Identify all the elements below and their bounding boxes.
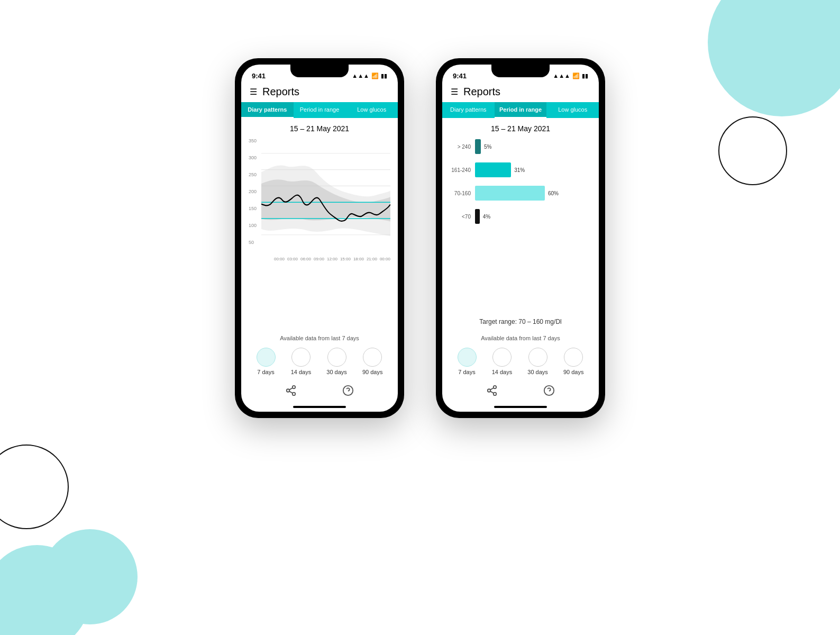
status-icons-2: ▲▲▲ 📶 ▮▮ bbox=[553, 72, 588, 79]
period-circle-90-2 bbox=[564, 348, 583, 367]
tab-period-in-range-1[interactable]: Period in range bbox=[294, 102, 346, 118]
period-circle-30-2 bbox=[528, 348, 547, 367]
period-circle-30-1 bbox=[327, 348, 346, 367]
app-header-2: ☰ Reports bbox=[442, 84, 599, 102]
bar-chart-area: > 240 5% 161-240 31% bbox=[450, 137, 591, 314]
bar-fill-lt70 bbox=[475, 209, 480, 224]
x-axis-1: 00:00 03:00 06:00 09:00 12:00 15:00 18:0… bbox=[261, 256, 390, 261]
line-chart-svg bbox=[261, 137, 390, 253]
app-title-2: Reports bbox=[463, 86, 500, 98]
period-circle-90-1 bbox=[363, 348, 382, 367]
svg-line-16 bbox=[490, 391, 494, 393]
svg-point-7 bbox=[287, 389, 290, 392]
period-90-1[interactable]: 90 days bbox=[362, 348, 383, 375]
bottom-icons-2 bbox=[442, 380, 599, 402]
deco-outline-circle-left bbox=[0, 444, 69, 529]
bar-track-lt70: 4% bbox=[475, 209, 591, 224]
svg-point-6 bbox=[293, 386, 296, 389]
main-content-2: 15 – 21 May 2021 > 240 5% 161-240 bbox=[442, 118, 599, 380]
period-7-1[interactable]: 7 days bbox=[257, 348, 276, 375]
bar-fill-161-240 bbox=[475, 162, 511, 177]
bar-pct-161-240: 31% bbox=[514, 167, 525, 173]
bar-row-240plus: > 240 5% bbox=[450, 139, 591, 154]
phone-1: 9:41 ▲▲▲ 📶 ▮▮ ☰ Reports Diary patterns P… bbox=[235, 58, 404, 418]
available-data-2: Available data from last 7 days bbox=[450, 335, 591, 341]
tabs-1: Diary patterns Period in range Low gluco… bbox=[241, 102, 398, 118]
chart-svg-area: 00:00 03:00 06:00 09:00 12:00 15:00 18:0… bbox=[261, 137, 390, 261]
date-range-1: 15 – 21 May 2021 bbox=[249, 124, 390, 133]
help-icon-1[interactable] bbox=[342, 385, 354, 399]
chart-container-1: 350 300 250 200 150 100 50 bbox=[249, 137, 390, 330]
hamburger-icon-2[interactable]: ☰ bbox=[451, 87, 458, 97]
home-indicator-2 bbox=[442, 402, 599, 412]
wifi-icon-1: 📶 bbox=[371, 72, 379, 79]
tabs-2: Diary patterns Period in range Low gluco… bbox=[442, 102, 599, 118]
period-7-2[interactable]: 7 days bbox=[458, 348, 477, 375]
svg-point-8 bbox=[293, 393, 296, 396]
svg-line-9 bbox=[289, 391, 293, 393]
period-label-7-2: 7 days bbox=[458, 369, 475, 375]
period-circle-7-1 bbox=[257, 348, 276, 367]
period-14-1[interactable]: 14 days bbox=[291, 348, 312, 375]
hamburger-icon-1[interactable]: ☰ bbox=[250, 87, 257, 97]
period-selector-2: 7 days 14 days 30 days 90 days bbox=[450, 348, 591, 375]
bar-track-161-240: 31% bbox=[475, 162, 591, 177]
bottom-icons-1 bbox=[241, 380, 398, 402]
period-30-2[interactable]: 30 days bbox=[527, 348, 548, 375]
battery-icon-1: ▮▮ bbox=[381, 72, 387, 79]
bar-fill-70-160 bbox=[475, 186, 545, 201]
period-circle-14-1 bbox=[291, 348, 311, 367]
share-icon-2[interactable] bbox=[486, 385, 498, 399]
svg-line-17 bbox=[490, 388, 494, 390]
battery-icon-2: ▮▮ bbox=[582, 72, 588, 79]
tab-diary-patterns-2[interactable]: Diary patterns bbox=[442, 102, 495, 118]
wifi-icon-2: 📶 bbox=[572, 72, 580, 79]
period-selector-1: 7 days 14 days 30 days 90 days bbox=[249, 348, 390, 375]
y-axis-1: 350 300 250 200 150 100 50 bbox=[249, 137, 257, 253]
bar-label-161-240: 161-240 bbox=[450, 167, 471, 173]
period-label-90-1: 90 days bbox=[362, 369, 383, 375]
status-icons-1: ▲▲▲ 📶 ▮▮ bbox=[352, 72, 387, 79]
tab-diary-patterns-1[interactable]: Diary patterns bbox=[241, 102, 294, 118]
help-icon-2[interactable] bbox=[543, 385, 555, 399]
status-time-1: 9:41 bbox=[252, 72, 266, 80]
bar-label-240plus: > 240 bbox=[450, 144, 471, 150]
period-90-2[interactable]: 90 days bbox=[563, 348, 584, 375]
date-range-2: 15 – 21 May 2021 bbox=[450, 124, 591, 133]
period-14-2[interactable]: 14 days bbox=[492, 348, 513, 375]
available-data-1: Available data from last 7 days bbox=[249, 335, 390, 341]
screen-2: 9:41 ▲▲▲ 📶 ▮▮ ☰ Reports Diary patterns P… bbox=[442, 65, 599, 412]
tab-low-glucose-1[interactable]: Low glucos bbox=[345, 102, 398, 118]
share-icon-1[interactable] bbox=[285, 385, 297, 399]
tab-period-in-range-2[interactable]: Period in range bbox=[495, 102, 547, 118]
signal-icon-2: ▲▲▲ bbox=[553, 72, 570, 79]
period-label-14-1: 14 days bbox=[291, 369, 312, 375]
deco-outline-circle-right bbox=[718, 116, 787, 185]
period-label-90-2: 90 days bbox=[563, 369, 584, 375]
bar-pct-240plus: 5% bbox=[484, 144, 491, 150]
bar-row-lt70: <70 4% bbox=[450, 209, 591, 224]
screen-1: 9:41 ▲▲▲ 📶 ▮▮ ☰ Reports Diary patterns P… bbox=[241, 65, 398, 412]
bar-pct-70-160: 60% bbox=[548, 190, 559, 196]
period-circle-14-2 bbox=[492, 348, 512, 367]
period-circle-7-2 bbox=[458, 348, 477, 367]
phones-container: 9:41 ▲▲▲ 📶 ▮▮ ☰ Reports Diary patterns P… bbox=[235, 58, 605, 418]
svg-point-14 bbox=[488, 389, 491, 392]
period-label-7-1: 7 days bbox=[257, 369, 274, 375]
signal-icon-1: ▲▲▲ bbox=[352, 72, 369, 79]
notch-2 bbox=[491, 65, 550, 77]
period-label-30-1: 30 days bbox=[326, 369, 347, 375]
phone-2: 9:41 ▲▲▲ 📶 ▮▮ ☰ Reports Diary patterns P… bbox=[436, 58, 605, 418]
period-label-30-2: 30 days bbox=[527, 369, 548, 375]
bar-label-lt70: <70 bbox=[450, 214, 471, 220]
bar-track-70-160: 60% bbox=[475, 186, 591, 201]
home-indicator-1 bbox=[241, 402, 398, 412]
deco-circle-top-right bbox=[708, 0, 840, 116]
svg-line-10 bbox=[289, 388, 293, 390]
svg-point-15 bbox=[494, 393, 497, 396]
status-time-2: 9:41 bbox=[453, 72, 467, 80]
bar-row-161-240: 161-240 31% bbox=[450, 162, 591, 177]
tab-low-glucose-2[interactable]: Low glucos bbox=[546, 102, 599, 118]
period-30-1[interactable]: 30 days bbox=[326, 348, 347, 375]
bar-label-70-160: 70-160 bbox=[450, 190, 471, 196]
